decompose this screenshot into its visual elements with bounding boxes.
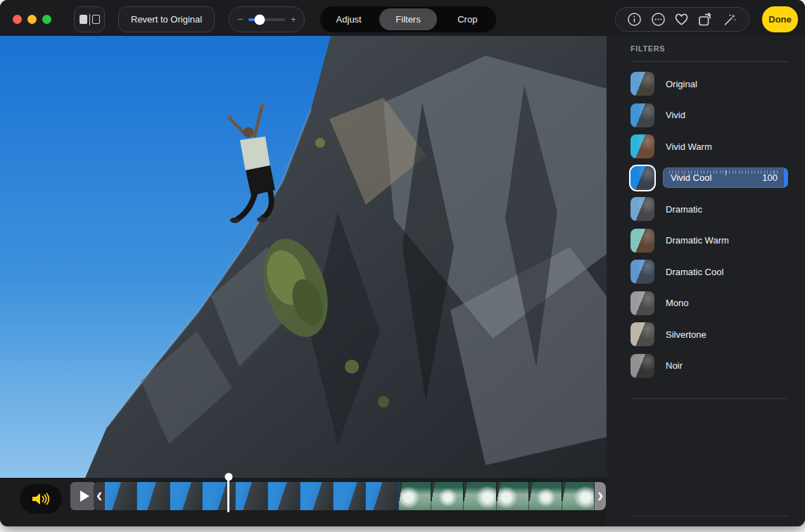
zoom-slider-track[interactable] — [248, 18, 285, 21]
filter-option[interactable]: Silvertone — [630, 319, 788, 350]
filter-option[interactable]: Original — [630, 68, 788, 100]
video-player-bar: ❮ ❯ — [0, 478, 607, 526]
filter-label: Dramatic Warm — [666, 235, 729, 246]
filmstrip-frame[interactable] — [300, 482, 333, 510]
filter-label: Original — [666, 79, 697, 89]
divider — [630, 61, 788, 62]
filter-label: Noir — [666, 360, 683, 371]
filter-thumbnail[interactable] — [630, 134, 654, 158]
filter-option[interactable]: Vivid Cool 100 — [630, 163, 788, 194]
toolbar: Revert to Original − + Adjust Filters Cr… — [0, 0, 805, 36]
filmstrip-frame[interactable] — [203, 482, 235, 510]
filter-label: Dramatic — [666, 204, 702, 215]
filmstrip-frame[interactable] — [366, 482, 398, 510]
speaker-on-icon — [31, 492, 51, 506]
cliff-jump-video-frame — [0, 36, 607, 478]
filmstrip-frame[interactable] — [431, 482, 464, 510]
tab-filters[interactable]: Filters — [379, 8, 436, 30]
video-timeline: ❮ ❯ — [94, 482, 606, 510]
filmstrip-frame[interactable] — [105, 482, 137, 510]
filmstrip[interactable] — [105, 482, 595, 510]
mute-button[interactable] — [20, 484, 62, 514]
divider — [630, 398, 788, 399]
filmstrip-frame[interactable] — [137, 482, 170, 510]
zoom-slider: − + — [229, 6, 305, 32]
tab-crop[interactable]: Crop — [439, 8, 496, 30]
filter-intensity-value: 100 — [762, 172, 778, 183]
filter-label: Silvertone — [666, 329, 706, 340]
filter-label: Vivid — [666, 110, 685, 120]
zoom-out-icon[interactable]: − — [237, 15, 243, 24]
filters-panel: FILTERS Original Vivid Vivid Warm Vivid … — [607, 36, 805, 526]
filmstrip-frame[interactable] — [236, 482, 268, 510]
play-icon — [80, 490, 89, 502]
filmstrip-frame[interactable] — [334, 482, 366, 510]
close-button[interactable] — [13, 15, 22, 24]
divider — [630, 516, 788, 517]
video-canvas — [0, 36, 607, 478]
filter-thumbnail[interactable] — [630, 72, 654, 96]
filmstrip-frame[interactable] — [464, 482, 496, 510]
rotate-icon[interactable] — [697, 12, 713, 27]
traffic-lights — [13, 15, 51, 24]
filter-thumbnail[interactable] — [630, 322, 654, 346]
filmstrip-frame[interactable] — [268, 482, 300, 510]
favorite-icon[interactable] — [674, 13, 689, 26]
filter-thumbnail[interactable] — [630, 229, 654, 253]
filter-label: Vivid Warm — [666, 141, 712, 152]
filter-option[interactable]: Vivid — [630, 100, 788, 132]
filmstrip-frame[interactable] — [497, 482, 529, 510]
filter-option[interactable]: Vivid Warm — [630, 131, 788, 163]
filmstrip-frame[interactable] — [529, 482, 562, 510]
filter-label: Dramatic Cool — [666, 267, 723, 277]
more-icon[interactable] — [651, 12, 666, 27]
selected-filter-name: Vivid Cool — [671, 172, 711, 183]
before-after-icon — [80, 14, 100, 25]
filmstrip-frame[interactable] — [170, 482, 203, 510]
minimize-button[interactable] — [27, 15, 37, 24]
filter-option[interactable]: Noir — [630, 350, 788, 382]
play-button[interactable] — [70, 482, 96, 510]
filter-thumbnail[interactable] — [630, 197, 654, 221]
filter-thumbnail[interactable] — [630, 354, 654, 378]
auto-enhance-icon[interactable] — [722, 12, 737, 27]
fullscreen-button[interactable] — [42, 15, 51, 24]
edit-mode-segmented-control: Adjust Filters Crop — [320, 6, 496, 32]
zoom-slider-knob[interactable] — [254, 14, 265, 25]
filmstrip-frame[interactable] — [399, 482, 431, 510]
filter-thumbnail[interactable] — [630, 103, 654, 127]
filter-option[interactable]: Dramatic Warm — [630, 225, 788, 257]
tab-adjust[interactable]: Adjust — [320, 8, 377, 30]
filter-option[interactable]: Mono — [630, 288, 788, 319]
playhead[interactable] — [227, 479, 229, 512]
photos-video-edit-window: Revert to Original − + Adjust Filters Cr… — [0, 0, 805, 526]
compare-before-after-button[interactable] — [74, 6, 105, 32]
filmstrip-frame[interactable] — [562, 482, 595, 510]
filter-thumbnail[interactable] — [630, 291, 654, 315]
done-button[interactable]: Done — [762, 6, 798, 32]
trim-handle-right[interactable]: ❯ — [595, 482, 606, 510]
filter-thumbnail[interactable] — [630, 260, 654, 284]
slider-handle[interactable] — [784, 168, 787, 187]
filter-option[interactable]: Dramatic — [630, 194, 788, 225]
filter-intensity-slider[interactable]: Vivid Cool 100 — [663, 167, 788, 188]
trim-handle-left[interactable]: ❮ — [94, 482, 105, 510]
action-icons-group — [615, 7, 749, 32]
filter-list: Original Vivid Vivid Warm Vivid Cool 100… — [630, 68, 788, 381]
filter-label: Mono — [666, 298, 689, 308]
zoom-in-icon[interactable]: + — [291, 15, 296, 24]
filter-thumbnail[interactable] — [630, 166, 654, 190]
filter-option[interactable]: Dramatic Cool — [630, 256, 788, 288]
filters-panel-title: FILTERS — [630, 44, 788, 53]
info-icon[interactable] — [627, 12, 642, 27]
revert-to-original-button[interactable]: Revert to Original — [118, 6, 215, 32]
